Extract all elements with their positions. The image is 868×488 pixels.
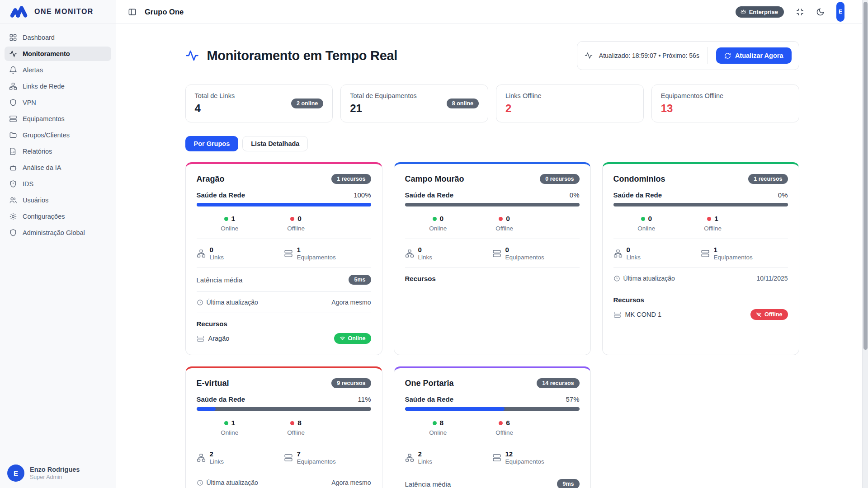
group-name: E-virtual bbox=[197, 379, 229, 388]
online-label: Online bbox=[197, 225, 263, 232]
sidebar-item-grupos-clientes[interactable]: Grupos/Clientes bbox=[5, 128, 111, 142]
one-monitor-logo-icon bbox=[9, 5, 30, 19]
online-dot bbox=[641, 217, 645, 221]
latency-badge: 9ms bbox=[557, 479, 579, 488]
sidebar-item-ids[interactable]: IDS bbox=[5, 177, 111, 191]
scrollbar-thumb[interactable] bbox=[863, 2, 868, 350]
sidebar-item-label: Usuários bbox=[23, 197, 48, 204]
health-percent: 0% bbox=[570, 191, 580, 199]
offline-count: 0 bbox=[506, 215, 510, 223]
health-label: Saúde da Rede bbox=[613, 191, 662, 199]
links-count: 0 bbox=[627, 246, 641, 253]
refresh-now-button[interactable]: Atualizar Agora bbox=[716, 47, 792, 64]
top-bar: Grupo One Enterprise E bbox=[116, 0, 868, 24]
sidebar-item-relatorios[interactable]: Relatórios bbox=[5, 144, 111, 159]
dashboard-icon bbox=[9, 33, 17, 42]
fullscreen-button[interactable] bbox=[796, 8, 804, 16]
stat-label: Total de Links bbox=[195, 92, 235, 99]
online-dot bbox=[433, 421, 437, 425]
equip-label: Equipamentos bbox=[714, 254, 753, 261]
last-update-label: Última atualização bbox=[623, 275, 675, 282]
server-icon bbox=[492, 453, 501, 462]
sidebar-item-alertas[interactable]: Alertas bbox=[5, 63, 111, 77]
offline-label: Offline bbox=[471, 225, 538, 232]
health-label: Saúde da Rede bbox=[405, 395, 454, 403]
equip-count: 1 bbox=[297, 246, 336, 253]
server-icon bbox=[492, 249, 501, 258]
sidebar-item-label: IDS bbox=[23, 180, 33, 188]
resources-count-badge: 1 recursos bbox=[748, 174, 788, 184]
sidebar-item-vpn[interactable]: VPN bbox=[5, 95, 111, 110]
sidebar: ONE MONITOR Dashboard Monitoramento Aler… bbox=[0, 0, 116, 488]
groups-grid: Aragão1 recursos Saúde da Rede100% 1Onli… bbox=[185, 162, 799, 488]
enterprise-badge: Enterprise bbox=[736, 6, 784, 18]
resources-heading: Recursos bbox=[197, 320, 371, 328]
sidebar-item-monitoramento[interactable]: Monitoramento bbox=[5, 47, 111, 61]
moon-icon bbox=[816, 8, 825, 16]
brand-logo: ONE MONITOR bbox=[0, 0, 116, 24]
topbar-actions: Enterprise E bbox=[736, 2, 856, 22]
group-card-aragao[interactable]: Aragão1 recursos Saúde da Rede100% 1Onli… bbox=[185, 162, 382, 355]
offline-dot bbox=[707, 217, 711, 221]
page-breadcrumb-title: Grupo One bbox=[145, 8, 184, 16]
resource-row[interactable]: MK COND 1 Offline bbox=[613, 309, 788, 320]
update-status-text: Atualizado: 18:59:07 • Próximo: 56s bbox=[599, 52, 699, 59]
network-icon bbox=[197, 453, 206, 462]
tab-lista-detalhada[interactable]: Lista Detalhada bbox=[242, 136, 308, 151]
brand-name: ONE MONITOR bbox=[34, 8, 94, 16]
health-percent: 0% bbox=[778, 191, 788, 199]
sidebar-item-equipamentos[interactable]: Equipamentos bbox=[5, 112, 111, 126]
minimize-icon bbox=[796, 8, 804, 16]
group-card-condominios[interactable]: Condominios1 recursos Saúde da Rede0% 0O… bbox=[602, 162, 799, 355]
sidebar-item-usuarios[interactable]: Usuários bbox=[5, 193, 111, 207]
group-card-one-portaria[interactable]: One Portaria14 recursos Saúde da Rede57%… bbox=[394, 366, 591, 488]
equip-label: Equipamentos bbox=[297, 458, 336, 465]
stat-value: 4 bbox=[195, 102, 235, 115]
offline-label: Offline bbox=[471, 429, 538, 436]
sidebar-item-label: Análise da IA bbox=[23, 164, 61, 171]
group-name: Campo Mourão bbox=[405, 174, 464, 184]
equip-label: Equipamentos bbox=[297, 254, 336, 261]
sidebar-toggle-button[interactable] bbox=[128, 8, 137, 16]
resource-name: Aragão bbox=[208, 335, 230, 342]
offline-count: 0 bbox=[297, 215, 302, 223]
stat-card-total-equipamentos: Total de Equipamentos21 8 online bbox=[340, 84, 488, 122]
resource-row[interactable]: Aragão Online bbox=[197, 333, 371, 344]
network-icon bbox=[405, 453, 414, 462]
dark-mode-toggle[interactable] bbox=[816, 8, 825, 16]
panel-left-icon bbox=[128, 8, 137, 16]
server-icon bbox=[197, 335, 204, 343]
links-count: 2 bbox=[210, 450, 224, 458]
sidebar-item-analise-da-ia[interactable]: Análise da IA bbox=[5, 160, 111, 175]
health-progress-bar bbox=[405, 203, 580, 206]
activity-icon bbox=[185, 49, 199, 62]
wifi-off-icon bbox=[756, 312, 762, 318]
app-window: ONE MONITOR Dashboard Monitoramento Aler… bbox=[0, 0, 868, 488]
sidebar-item-configuracoes[interactable]: Configurações bbox=[5, 209, 111, 224]
tab-por-grupos[interactable]: Por Grupos bbox=[185, 136, 239, 151]
activity-icon bbox=[9, 50, 17, 58]
stat-value: 13 bbox=[661, 102, 723, 115]
stat-value: 21 bbox=[350, 102, 417, 115]
sidebar-item-dashboard[interactable]: Dashboard bbox=[5, 30, 111, 45]
user-role: Super Admin bbox=[30, 474, 80, 480]
sidebar-item-label: VPN bbox=[23, 99, 36, 106]
enterprise-badge-label: Enterprise bbox=[749, 9, 778, 15]
health-label: Saúde da Rede bbox=[197, 191, 245, 199]
sidebar-user[interactable]: E Enzo Rodrigues Super Admin bbox=[0, 458, 116, 488]
online-dot bbox=[433, 217, 437, 221]
scrollbar[interactable] bbox=[862, 0, 868, 488]
sidebar-item-links-de-rede[interactable]: Links de Rede bbox=[5, 79, 111, 94]
group-card-campo-mourao[interactable]: Campo Mourão0 recursos Saúde da Rede0% 0… bbox=[394, 162, 591, 355]
gear-icon bbox=[9, 212, 17, 221]
header-avatar[interactable]: E bbox=[836, 2, 844, 22]
sidebar-item-administracao-global[interactable]: Administração Global bbox=[5, 225, 111, 240]
online-count: 8 bbox=[440, 419, 444, 427]
group-card-e-virtual[interactable]: E-virtual9 recursos Saúde da Rede11% 1On… bbox=[185, 366, 382, 488]
status-badge: 8 online bbox=[447, 99, 479, 108]
links-label: Links bbox=[627, 254, 641, 261]
resources-heading: Recursos bbox=[405, 275, 580, 282]
sidebar-nav: Dashboard Monitoramento Alertas Links de… bbox=[0, 24, 116, 458]
sidebar-item-label: Administração Global bbox=[23, 229, 85, 236]
links-count: 0 bbox=[418, 246, 433, 253]
